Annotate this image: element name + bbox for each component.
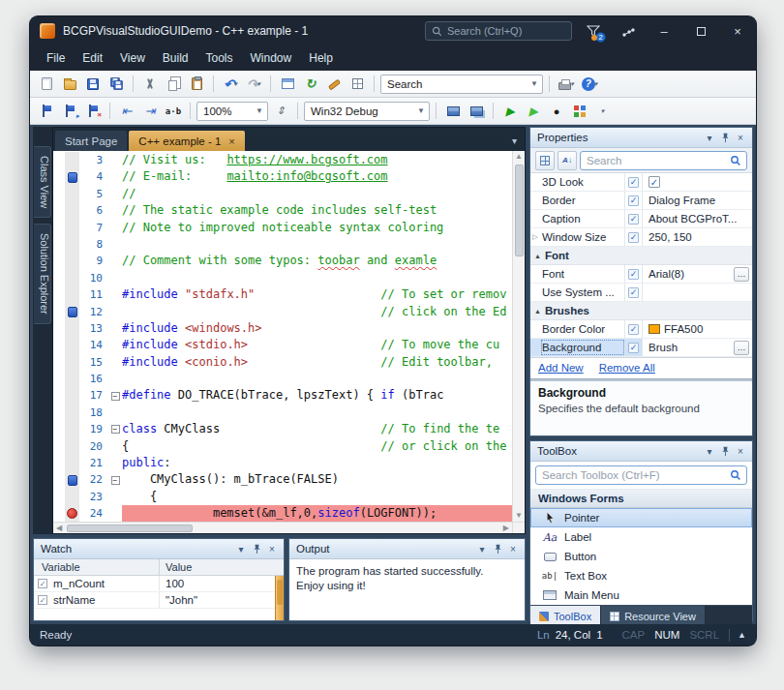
property-check-icon[interactable]: ✓ — [628, 177, 639, 188]
watch-panel-header[interactable]: Watch ▾ × — [34, 539, 284, 559]
decrease-indent-button[interactable]: ⇤ — [116, 101, 137, 122]
property-value[interactable]: About BCGProT... — [643, 210, 752, 227]
scroll-up-icon[interactable]: ▲ — [515, 151, 523, 163]
chevron-down-icon[interactable]: ▾ — [702, 444, 717, 459]
property-category-font[interactable]: ▲Font — [530, 247, 752, 265]
window-layout-button[interactable] — [277, 74, 298, 95]
scrollbar-thumb[interactable] — [67, 525, 193, 532]
toolbox-panel-header[interactable]: ToolBox ▾ × — [530, 441, 752, 462]
customize-button[interactable] — [323, 74, 345, 95]
fold-collapse-icon[interactable]: − — [111, 425, 120, 434]
chevron-down-icon[interactable]: ▼ — [409, 106, 425, 115]
build-all-button[interactable] — [466, 101, 487, 122]
chevron-down-icon[interactable]: ▾ — [474, 542, 490, 556]
bookmark-icon[interactable] — [68, 307, 77, 317]
scroll-right-icon[interactable]: ▶ — [503, 524, 509, 532]
property-check-icon[interactable]: ✓ — [628, 214, 639, 225]
toolbox-search-box[interactable]: Search Toolbox (Ctrl+F) — [535, 465, 747, 485]
copy-button[interactable] — [163, 74, 184, 95]
side-tab-class-view[interactable]: Class View — [34, 146, 51, 218]
code-line-14[interactable]: 14#include <stdio.h> // To move the cu — [65, 337, 512, 353]
column-header-value[interactable]: Value — [160, 559, 284, 575]
search-combo[interactable]: Search ▼ — [380, 75, 543, 94]
code-line-21[interactable]: 21public: — [65, 455, 512, 471]
zoom-combo[interactable]: 100% ▼ — [196, 102, 268, 121]
ellipsis-button[interactable]: … — [734, 267, 749, 282]
scrollbar-thumb[interactable] — [515, 165, 524, 256]
clear-bookmarks-button[interactable]: × — [82, 101, 104, 122]
close-icon[interactable]: × — [264, 542, 280, 556]
bottom-tab-toolbox[interactable]: ToolBox — [530, 606, 600, 626]
add-new-link[interactable]: Add New — [538, 362, 584, 374]
fold-collapse-icon[interactable]: − — [111, 392, 120, 401]
output-panel-header[interactable]: Output ▾ × — [289, 539, 525, 559]
menu-item-tools[interactable]: Tools — [197, 47, 242, 69]
property-row-border[interactable]: Border✓Dialog Frame — [530, 192, 752, 210]
fold-collapse-icon[interactable]: − — [111, 476, 120, 485]
close-icon[interactable]: × — [505, 542, 521, 556]
property-row-caption[interactable]: Caption✓About BCGProT... — [530, 210, 752, 228]
maximize-button[interactable] — [686, 19, 715, 43]
side-tab-solution-explorer[interactable]: Solution Explorer — [34, 224, 51, 324]
property-value[interactable]: 250, 150 — [643, 228, 752, 246]
property-check-icon[interactable]: ✓ — [628, 343, 639, 353]
column-header-variable[interactable]: Variable — [34, 559, 160, 575]
properties-panel-header[interactable]: Properties ▾ × — [530, 128, 752, 148]
status-panel-toggle-icon[interactable]: ▲ — [738, 630, 746, 640]
filter-icon[interactable]: 2 — [580, 20, 607, 42]
print-button[interactable]: ▾ — [556, 74, 577, 95]
start-button[interactable]: ▶ — [523, 101, 544, 122]
property-check-icon[interactable]: ✓ — [628, 287, 639, 298]
help-dropdown-icon[interactable]: ▾ — [594, 80, 598, 88]
code-line-7[interactable]: 7// Note to improved noticeable syntax c… — [65, 220, 512, 236]
zoom-stepper-button[interactable]: ⇕ — [270, 101, 291, 122]
share-icon[interactable] — [615, 20, 642, 42]
code-line-9[interactable]: 9// Comment with some typos: toobar and … — [65, 253, 512, 269]
property-row-border-color[interactable]: Border Color✓FFA500 — [530, 320, 752, 339]
increase-indent-button[interactable]: ⇥ — [139, 101, 161, 122]
tab-cpp-example[interactable]: C++ example - 1 × — [129, 131, 244, 151]
toolbox-item-pointer[interactable]: Pointer — [530, 508, 752, 527]
code-line-4[interactable]: 4// E-mail: mailto:info@bcgsoft.com — [65, 168, 512, 185]
code-line-23[interactable]: 23 { — [65, 489, 512, 505]
refresh-button[interactable]: ↻ — [300, 74, 321, 95]
ellipsis-button[interactable]: … — [734, 341, 749, 355]
scroll-down-icon[interactable]: ▼ — [515, 510, 523, 522]
property-value[interactable]: ✓ — [643, 173, 752, 191]
bookmark-icon[interactable] — [68, 475, 77, 486]
toolbox-item-label[interactable]: AaLabel — [530, 527, 752, 547]
code-line-17[interactable]: 17−#define DO_TRACE(bTrace, lpszText) { … — [65, 387, 512, 404]
code-line-3[interactable]: 3// Visit us: https://www.bcgsoft.com — [65, 152, 512, 168]
menu-item-help[interactable]: Help — [300, 47, 342, 69]
close-button[interactable]: × — [723, 19, 752, 43]
value-checkbox[interactable]: ✓ — [648, 176, 660, 188]
property-value[interactable] — [643, 284, 752, 301]
code-line-20[interactable]: 20{ // or click on the — [65, 438, 512, 455]
watch-checkbox[interactable]: ✓ — [38, 595, 47, 605]
pin-icon[interactable] — [717, 131, 733, 145]
property-check-icon[interactable]: ✓ — [628, 324, 639, 335]
code-line-10[interactable]: 10 — [65, 270, 512, 286]
property-row-3d-look[interactable]: 3D Look✓✓ — [530, 173, 752, 192]
titlebar[interactable]: BCGPVisualStudioGUIDemo - C++ example - … — [30, 16, 756, 45]
save-button[interactable] — [82, 74, 104, 95]
watch-scrollbar[interactable] — [275, 576, 284, 620]
toolbox-item-text-box[interactable]: ab|Text Box — [530, 566, 752, 585]
code-line-22[interactable]: 22− CMyClass(): m_bTrace(FALSE) — [65, 471, 512, 488]
menu-item-file[interactable]: File — [38, 47, 74, 69]
toolbox-item-main-menu[interactable]: Main Menu — [530, 585, 752, 605]
code-line-12[interactable]: 12 // click on the Ed — [65, 304, 512, 320]
property-row-background[interactable]: Background✓Brush… — [530, 339, 752, 357]
chevron-down-icon[interactable]: ▾ — [702, 131, 717, 145]
menu-item-view[interactable]: View — [111, 47, 154, 69]
undo-dropdown-icon[interactable]: ▾ — [234, 80, 238, 88]
pin-icon[interactable] — [717, 444, 733, 459]
bookmark-icon[interactable] — [68, 172, 77, 183]
open-file-button[interactable] — [59, 74, 80, 95]
property-check-icon[interactable]: ✓ — [628, 232, 639, 243]
solution-config-combo[interactable]: Win32 Debug ▼ — [304, 102, 430, 121]
editor-vertical-scrollbar[interactable]: ▲ ▼ — [512, 151, 525, 522]
property-category-brushes[interactable]: ▲Brushes — [530, 302, 752, 320]
toolbox-item-button[interactable]: Button — [530, 547, 752, 566]
cut-button[interactable] — [139, 74, 161, 95]
